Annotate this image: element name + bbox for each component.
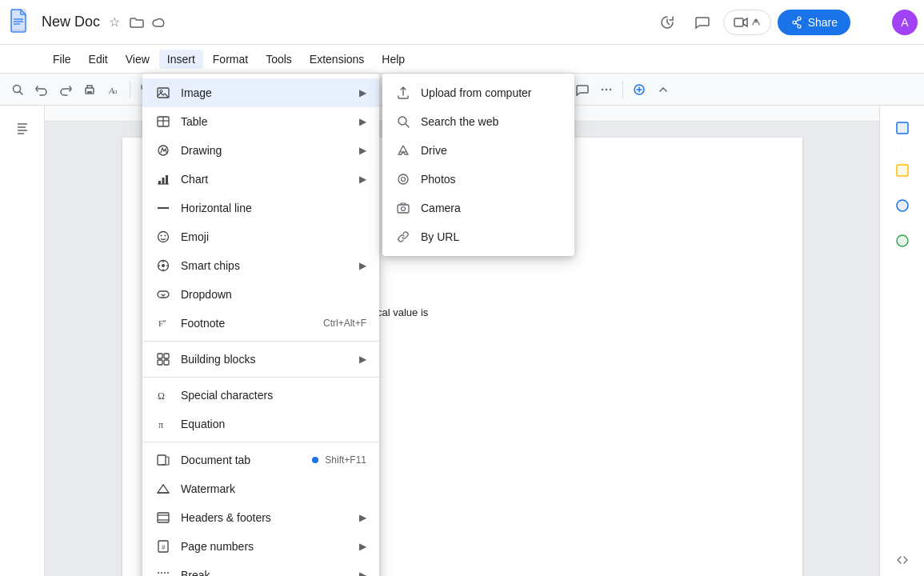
menu-file[interactable]: File bbox=[45, 50, 79, 69]
top-bar: New Doc ☆ bbox=[0, 0, 924, 45]
share-label: Share bbox=[808, 16, 838, 29]
menu-item-footnote-label: Footnote bbox=[181, 317, 317, 330]
emoji-icon bbox=[155, 229, 171, 245]
camera-icon bbox=[395, 200, 411, 216]
svg-rect-5 bbox=[734, 18, 743, 26]
menu-item-break-label: Break bbox=[181, 569, 359, 576]
app-icon[interactable] bbox=[6, 8, 35, 37]
assistant-btn[interactable] bbox=[628, 78, 650, 101]
doc-title[interactable]: New Doc bbox=[42, 14, 100, 30]
menu-item-dropdown[interactable]: Dropdown bbox=[142, 280, 379, 309]
undo-btn[interactable] bbox=[30, 78, 53, 101]
menu-item-buildingblocks[interactable]: Building blocks ▶ bbox=[142, 345, 379, 374]
menu-item-smartchips[interactable]: Smart chips ▶ bbox=[142, 251, 379, 280]
toolbar-divider-7 bbox=[622, 82, 623, 98]
insert-comment-btn[interactable] bbox=[571, 78, 594, 101]
upload-icon bbox=[395, 85, 411, 101]
comments-button[interactable] bbox=[688, 8, 717, 37]
menu-item-image[interactable]: Image ▶ bbox=[142, 78, 379, 107]
video-call-button[interactable] bbox=[723, 10, 771, 35]
panel-icon-1[interactable] bbox=[886, 112, 918, 144]
svg-point-18 bbox=[610, 88, 611, 90]
menu-item-table[interactable]: Table ▶ bbox=[142, 107, 379, 136]
menu-item-equation[interactable]: π Equation bbox=[142, 410, 379, 438]
submenu-upload-label: Upload from computer bbox=[421, 86, 532, 99]
menu-item-headersfooters-label: Headers & footers bbox=[181, 511, 359, 524]
menu-item-pagenumbers[interactable]: # Page numbers ▶ bbox=[142, 532, 379, 561]
expand-panel-btn[interactable] bbox=[886, 544, 918, 576]
svg-rect-35 bbox=[162, 178, 165, 184]
menu-item-specialchars[interactable]: Ω Special characters bbox=[142, 381, 379, 410]
menu-item-headersfooters[interactable]: Headers & footers ▶ bbox=[142, 503, 379, 532]
menu-format[interactable]: Format bbox=[205, 50, 256, 69]
menu-item-documenttab[interactable]: Document tab Shift+F11 bbox=[142, 446, 379, 474]
menu-edit[interactable]: Edit bbox=[81, 50, 116, 69]
redo-btn[interactable] bbox=[54, 78, 77, 101]
more-options-btn[interactable] bbox=[595, 78, 618, 101]
menu-item-hline-label: Horizontal line bbox=[181, 202, 366, 214]
svg-rect-54 bbox=[164, 360, 169, 365]
submenu-upload[interactable]: Upload from computer bbox=[382, 78, 574, 107]
svg-point-41 bbox=[165, 235, 166, 237]
panel-icon-4[interactable] bbox=[886, 225, 918, 257]
submenu-byurl[interactable]: By URL bbox=[382, 222, 574, 251]
equation-icon: π bbox=[155, 416, 171, 432]
spellcheck-btn[interactable]: A a bbox=[102, 78, 125, 101]
svg-rect-36 bbox=[166, 175, 168, 184]
submenu-search-web[interactable]: Search the web bbox=[382, 107, 574, 136]
smartchips-icon bbox=[155, 258, 171, 274]
menu-extensions[interactable]: Extensions bbox=[302, 50, 372, 69]
svg-point-43 bbox=[162, 264, 165, 267]
menu-item-footnote[interactable]: F n Footnote Ctrl+Alt+F bbox=[142, 309, 379, 338]
menu-separator-1 bbox=[142, 341, 379, 342]
svg-text:#: # bbox=[162, 543, 166, 551]
submenu-photos[interactable]: Photos bbox=[382, 165, 574, 194]
image-submenu-arrow: ▶ bbox=[359, 87, 366, 98]
menu-item-chart[interactable]: Chart ▶ bbox=[142, 165, 379, 194]
svg-point-16 bbox=[602, 88, 603, 90]
menu-insert[interactable]: Insert bbox=[159, 50, 203, 69]
menu-item-break[interactable]: Break ▶ bbox=[142, 561, 379, 576]
menu-help[interactable]: Help bbox=[374, 50, 413, 69]
svg-point-66 bbox=[398, 117, 406, 125]
footnote-shortcut: Ctrl+Alt+F bbox=[323, 318, 366, 329]
svg-rect-9 bbox=[87, 91, 92, 93]
watermark-icon bbox=[155, 481, 171, 497]
submenu-drive[interactable]: Drive bbox=[382, 136, 574, 165]
insert-menu: Image ▶ Table ▶ Drawing bbox=[142, 74, 379, 576]
share-dropdown[interactable] bbox=[857, 8, 886, 37]
share-button[interactable]: Share bbox=[778, 10, 850, 35]
cloud-icon[interactable] bbox=[150, 13, 169, 32]
collapse-toolbar-btn[interactable] bbox=[652, 78, 674, 101]
menu-view[interactable]: View bbox=[118, 50, 158, 69]
menu-tools[interactable]: Tools bbox=[258, 50, 300, 69]
menu-item-drawing-label: Drawing bbox=[181, 144, 359, 157]
bookmark-icon[interactable]: ☆ bbox=[105, 13, 124, 32]
documenttab-shortcut: Shift+F11 bbox=[325, 454, 366, 466]
panel-icon-2[interactable] bbox=[886, 154, 918, 186]
svg-rect-34 bbox=[158, 181, 161, 184]
submenu-drive-label: Drive bbox=[421, 144, 447, 157]
menu-bar: File Edit View Insert Format Tools Exten… bbox=[0, 45, 924, 74]
menu-item-pagenumbers-label: Page numbers bbox=[181, 540, 359, 553]
submenu-camera[interactable]: Camera bbox=[382, 194, 574, 222]
menu-item-image-label: Image bbox=[181, 86, 359, 99]
menu-item-hline[interactable]: Horizontal line bbox=[142, 194, 379, 222]
submenu-photos-label: Photos bbox=[421, 173, 456, 186]
history-button[interactable] bbox=[653, 8, 682, 37]
search-toolbar-btn[interactable] bbox=[6, 78, 29, 101]
svg-rect-25 bbox=[897, 165, 908, 176]
folder-icon[interactable] bbox=[127, 13, 146, 32]
avatar[interactable]: A bbox=[892, 10, 918, 35]
panel-icon-3[interactable] bbox=[886, 190, 918, 222]
outline-icon[interactable] bbox=[6, 112, 38, 144]
svg-point-72 bbox=[402, 207, 406, 211]
title-icons: ☆ bbox=[105, 13, 169, 32]
menu-item-watermark-label: Watermark bbox=[181, 482, 366, 495]
svg-text:n: n bbox=[163, 318, 166, 324]
print-btn[interactable] bbox=[78, 78, 101, 101]
chart-icon bbox=[155, 171, 171, 187]
menu-item-watermark[interactable]: Watermark bbox=[142, 474, 379, 503]
menu-item-drawing[interactable]: Drawing ▶ bbox=[142, 136, 379, 165]
menu-item-emoji[interactable]: Emoji bbox=[142, 222, 379, 251]
